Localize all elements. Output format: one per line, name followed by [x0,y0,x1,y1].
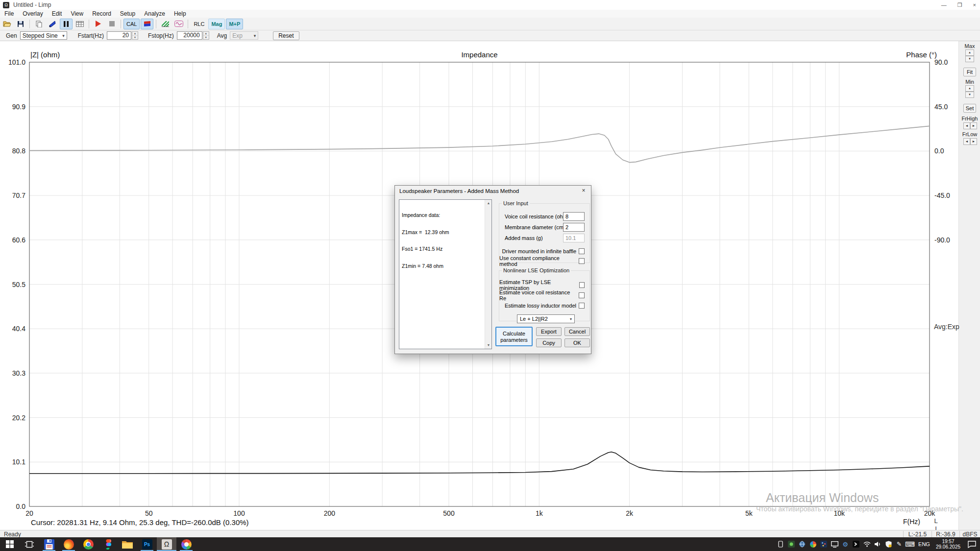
language-indicator[interactable]: ENG [915,541,933,547]
reset-button[interactable]: Reset [273,31,299,40]
left-level-readout: L:-21.5 [903,531,931,538]
tray-volume-icon[interactable] [872,537,883,551]
impedance-data-listbox[interactable]: Impedance data: Z1max = 12.39 ohm Fso1 =… [399,199,492,349]
tray-terminal-icon[interactable] [851,537,861,551]
magnitude-phase-view-button[interactable]: M+P [226,19,243,29]
tray-pen-icon[interactable]: ✎ [894,537,905,551]
scroll-down-icon[interactable]: ▼ [485,342,492,349]
max-stepper[interactable]: ▲ ▼ [965,49,974,62]
copy-button[interactable] [32,19,45,29]
tray-settings-gear-icon[interactable]: ⚙ [840,537,851,551]
dialog-close-icon[interactable]: × [576,186,591,196]
tray-defender-shield-icon[interactable]: ! [883,537,894,551]
taskbar-app-limp-active[interactable]: Ω [157,537,176,551]
estimate-inductor-checkbox[interactable] [579,303,585,309]
edit-pen-button[interactable] [46,19,59,29]
task-view-button[interactable] [20,537,39,551]
min-stepper[interactable]: ▲ ▼ [965,85,974,98]
taskbar-app-firefox[interactable] [59,537,78,551]
listbox-scrollbar[interactable]: ▲ ▼ [485,200,491,349]
impedance-data-line: Z1min = 7.48 ohm [402,264,449,269]
calculate-parameters-button[interactable]: Calculate parameters [495,327,533,346]
start-button[interactable] [0,537,20,551]
menu-setup[interactable]: Setup [116,10,140,18]
inductor-model-select[interactable]: Le + L2||R2 ▾ [517,314,575,323]
svg-text:20: 20 [25,509,33,517]
tray-network-app-icon[interactable] [818,537,829,551]
open-file-button[interactable] [0,19,13,29]
estimate-tsp-checkbox[interactable] [579,282,585,288]
menu-edit[interactable]: Edit [48,10,67,18]
dialog-title-bar[interactable]: Loudspeaker Parameters - Added Mass Meth… [395,186,591,196]
taskbar-app-explorer[interactable] [118,537,137,551]
fstart-stepper[interactable]: ▲ ▼ [132,31,138,40]
table-view-button[interactable] [74,19,86,29]
stop-button[interactable] [105,19,118,29]
record-play-button[interactable] [92,19,104,29]
menu-overlay[interactable]: Overlay [18,10,47,18]
membrane-diameter-label: Membrane diameter (cm) [505,224,565,230]
fstart-input[interactable]: 20 [107,31,131,40]
fstop-stepper[interactable]: ▲ ▼ [203,31,209,40]
frhigh-stepper[interactable]: ◄ ► [963,122,977,129]
up-arrow-icon: ▲ [965,49,974,56]
tray-touch-keyboard-icon[interactable]: ⌨ [905,537,915,551]
membrane-diameter-input[interactable]: 2 [563,223,585,232]
close-button[interactable]: × [973,2,976,8]
tray-phone-icon[interactable] [775,537,786,551]
spectrum-button[interactable] [159,19,172,29]
fstop-input[interactable]: 20000 [177,31,202,40]
taskbar-app-chrome[interactable] [78,537,98,551]
status-bar: Ready L:-21.5 R:-36.9 dBFS [0,530,980,537]
pause-button[interactable] [60,19,73,29]
taskbar-app-paint[interactable] [176,537,196,551]
tray-globe-icon[interactable] [797,537,808,551]
tray-wifi-icon[interactable] [861,537,872,551]
tray-color-app-icon[interactable] [808,537,818,551]
menu-analyze[interactable]: Analyze [140,10,170,18]
maximize-button[interactable]: ❐ [957,2,962,8]
generator-type-select[interactable]: Stepped Sine ▾ [20,31,67,40]
generator-flag-icon [144,21,151,26]
export-button[interactable]: Export [536,327,562,336]
svg-text:100: 100 [233,509,245,517]
ok-button[interactable]: OK [564,338,590,347]
taskbar-app-floppy[interactable] [39,537,59,551]
fit-button[interactable]: Fit [963,68,976,76]
svg-text:70.7: 70.7 [12,192,25,199]
menu-file[interactable]: File [0,10,18,18]
minimize-button[interactable]: — [941,2,947,8]
cancel-button[interactable]: Cancel [564,327,590,336]
menu-view[interactable]: View [66,10,88,18]
generator-button[interactable] [141,19,153,29]
title-bar: Ω Untitled - Limp — ❐ × [0,0,980,10]
taskbar-app-figma[interactable] [98,537,118,551]
copy-button[interactable]: Copy [536,338,562,347]
frlow-label: FrLow [959,131,980,137]
menu-help[interactable]: Help [170,10,191,18]
infinite-baffle-checkbox[interactable] [579,248,585,254]
scroll-up-icon[interactable]: ▲ [485,200,492,207]
svg-text:0.0: 0.0 [16,503,26,510]
toolbar-separator [89,20,89,28]
tray-recorder-icon[interactable] [786,537,797,551]
taskbar-app-photoshop[interactable]: Ps [137,537,157,551]
rlc-button[interactable]: RLC [191,19,207,29]
infinite-baffle-label: Driver mounted in infinite baffle [502,248,576,254]
svg-text:101.0: 101.0 [8,58,25,66]
tray-display-icon[interactable] [829,537,840,551]
svg-text:50.5: 50.5 [12,281,25,288]
estimate-re-checkbox[interactable] [579,292,585,298]
calibrate-button[interactable]: CAL [123,19,140,29]
sine-wave-button[interactable] [172,19,185,29]
frlow-stepper[interactable]: ◄ ► [963,138,977,145]
action-center-icon[interactable] [963,537,980,551]
magnitude-view-button[interactable]: Mag [208,19,225,29]
save-button[interactable] [14,19,27,29]
constant-compliance-checkbox[interactable] [579,258,585,264]
taskbar-clock[interactable]: 19:57 29.06.2025 [933,539,963,550]
app-icon: Ω [3,2,9,8]
menu-record[interactable]: Record [88,10,116,18]
set-button[interactable]: Set [963,104,976,113]
voice-coil-resistance-input[interactable]: 8 [563,212,585,221]
